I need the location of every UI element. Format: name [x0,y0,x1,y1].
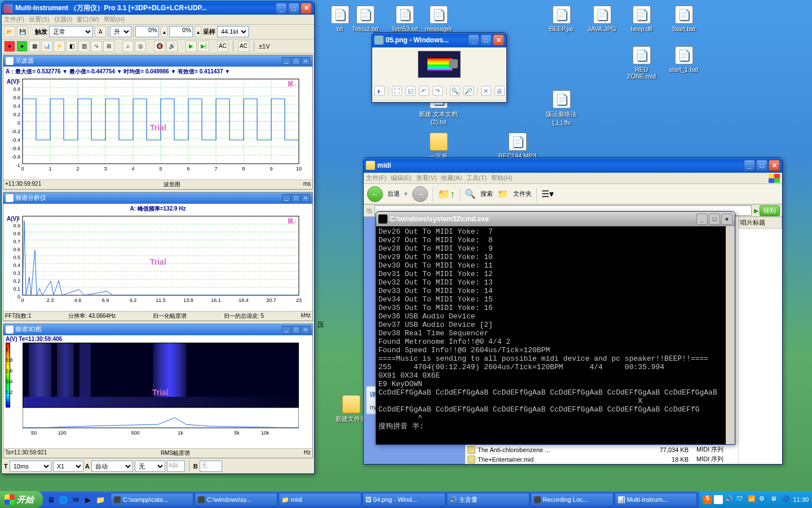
zoom-out-icon[interactable]: 🔎 [464,86,474,96]
delete-icon[interactable]: ✕ [481,86,491,96]
actual-size-icon[interactable]: ◱ [405,86,416,96]
file-row[interactable]: The+Entertainer.mid18 KBMIDI 序列 [465,454,738,464]
child-close-button[interactable]: × [301,326,310,334]
menu-view[interactable]: 查看(V) [416,174,437,182]
file-row[interactable]: The Anti-chlorobenzene ...77,034 KBMIDI … [465,445,738,454]
menu-favorites[interactable]: 收藏(A) [441,174,462,182]
close-button[interactable]: ✕ [769,160,780,171]
taskbar-task[interactable]: ⬛C:\windows\sy... [195,493,277,506]
explorer-titlebar[interactable]: midi _ □ ✕ [364,158,782,173]
open-icon[interactable]: 📂 [4,26,15,37]
tray-icon[interactable]: ⚙ [759,495,768,504]
maximize-button[interactable]: □ [288,3,299,14]
rotate-right-icon[interactable]: ↷ [433,86,443,96]
folders-icon[interactable]: 📁 [497,189,509,199]
minimize-button[interactable]: _ [276,3,287,14]
tray-icon[interactable]: 📶 [748,495,757,504]
minimize-button[interactable]: _ [468,34,479,46]
tool-icon[interactable]: ⚡ [54,41,65,52]
play-icon[interactable]: ● [16,41,28,52]
clock[interactable]: 11:30 [793,496,809,503]
quicklaunch-icon[interactable]: ▶ [82,494,94,505]
close-button[interactable]: ✕ [493,34,504,46]
go-arrow-icon[interactable]: ▶ [754,207,758,214]
child-maximize-button[interactable]: □ [292,57,301,65]
desktop-icon[interactable]: 📄beep.dll [620,6,663,32]
maximize-button[interactable]: □ [756,160,767,171]
tool-icon[interactable]: ⊞ [103,41,114,52]
tray-icon[interactable]: 🔵 [782,495,791,504]
views-icon[interactable]: ☰▾ [541,189,554,199]
back-button[interactable]: ← [367,186,383,202]
ac-button[interactable]: AC [238,41,249,52]
column-header[interactable]: 唱片标题 [739,217,782,229]
pct2[interactable]: 0% [169,26,193,37]
desktop-icon[interactable]: 一字盾 [417,133,460,161]
taskbar-task[interactable]: 🖼04.png - Wind... [363,493,445,506]
quicklaunch-icon[interactable]: 🖥 [45,494,56,505]
cmd-output[interactable]: Dev26 Out To MIDI Yoke: 7 Dev27 Out To M… [376,226,735,444]
desktop-icon[interactable]: 📄start_1.bat [663,46,705,73]
zoom-in-icon[interactable]: 🔍 [450,86,460,96]
desktop-icon[interactable]: 📄RED ZONE.mid [620,46,663,80]
tray-icon[interactable]: 🖥 [770,495,779,504]
tray-icon[interactable]: 🔊 [725,495,734,504]
menu-window[interactable]: 窗口(W) [77,15,99,24]
maximize-button[interactable]: □ [480,34,492,46]
tray-icon[interactable]: 🛡 [736,495,745,504]
taskbar-task[interactable]: 🔊主音量 [447,493,529,506]
cmd-titlebar[interactable]: C:\windows\system32\cmd.exe _ □ × [376,212,735,226]
tool-icon[interactable]: ▦ [29,41,40,52]
tool-icon[interactable]: ▥ [78,41,90,52]
xzoom-select[interactable]: X1 [53,461,83,472]
menu-file[interactable]: 文件(F) [366,174,386,182]
folders-label[interactable]: 文件夹 [513,190,532,198]
play-slideshow-icon[interactable]: ⏵ [374,86,385,96]
up-icon[interactable]: 📁↑ [438,188,455,200]
probe-icon[interactable]: ⌕ [122,41,134,52]
menu-edit[interactable]: 编辑(E) [391,174,412,182]
desktop-icon[interactable]: 📄Start.bat [663,6,705,32]
tool-icon[interactable]: ◧ [66,41,77,52]
quicklaunch-icon[interactable]: 📁 [95,494,106,505]
run-icon[interactable]: ▶ [186,41,197,52]
speaker-off-icon[interactable]: 🔇 [154,41,165,52]
desktop-icon[interactable]: 📄荡运膨络法 (上).flv [540,90,582,127]
target-icon[interactable]: ◎ [135,41,146,52]
taskbar-task[interactable]: ⬛C:\xampp\cata... [111,493,193,506]
spinner-icon[interactable]: ▴ [195,26,201,37]
timebase-select[interactable]: 10ms [10,461,51,472]
menu-help[interactable]: 帮助(H) [104,15,125,24]
edge-select[interactable]: 升 [110,26,131,37]
taskbar-task[interactable]: ⬛Recording Loc... [531,493,614,506]
spec3d-titlebar[interactable]: 频谱3D图 _ □ × [3,324,312,335]
forward-button[interactable]: → [412,186,428,202]
dropdown-icon[interactable]: ▾ [404,190,408,198]
child-minimize-button[interactable]: _ [282,194,291,202]
desktop-icon[interactable]: 📄Tetris2.txt [344,6,386,32]
tray-icon[interactable]: S [703,495,712,504]
menu-settings[interactable]: 设置(S) [29,15,50,24]
child-minimize-button[interactable]: _ [282,57,291,65]
zoom-fit-icon[interactable]: ⛶ [392,86,402,96]
mi-titlebar[interactable]: Multi-Instrument （万用仪）Pro 3.1 [+3DP+DLG+… [2,2,314,15]
child-close-button[interactable]: × [301,194,310,202]
desktop-icon[interactable]: 📄BEEP.jar [540,6,582,32]
tray-icon[interactable] [714,495,723,504]
search-icon[interactable]: 🔍 [465,189,476,199]
ac-button[interactable]: AC [217,41,228,52]
speaker-icon[interactable]: 🔊 [166,41,178,52]
save-icon[interactable]: 💾 [17,26,28,37]
step-icon[interactable]: ▶| [198,41,209,52]
scope-titlebar[interactable]: 示波器 _ □ × [3,55,312,67]
close-button[interactable]: ✕ [301,3,312,14]
child-close-button[interactable]: × [301,57,310,65]
spectrum-titlebar[interactable]: 频谱分析仪 _ □ × [3,192,312,204]
a-button[interactable]: A [95,26,106,37]
child-maximize-button[interactable]: □ [292,194,301,202]
minimize-button[interactable]: _ [744,160,755,171]
maximize-button[interactable]: □ [709,213,720,225]
desktop-icon[interactable]: 📄JAVA.JPG [581,6,623,32]
tool-icon[interactable]: ∿ [91,41,102,52]
menu-tools[interactable]: 工具(T) [466,174,487,182]
